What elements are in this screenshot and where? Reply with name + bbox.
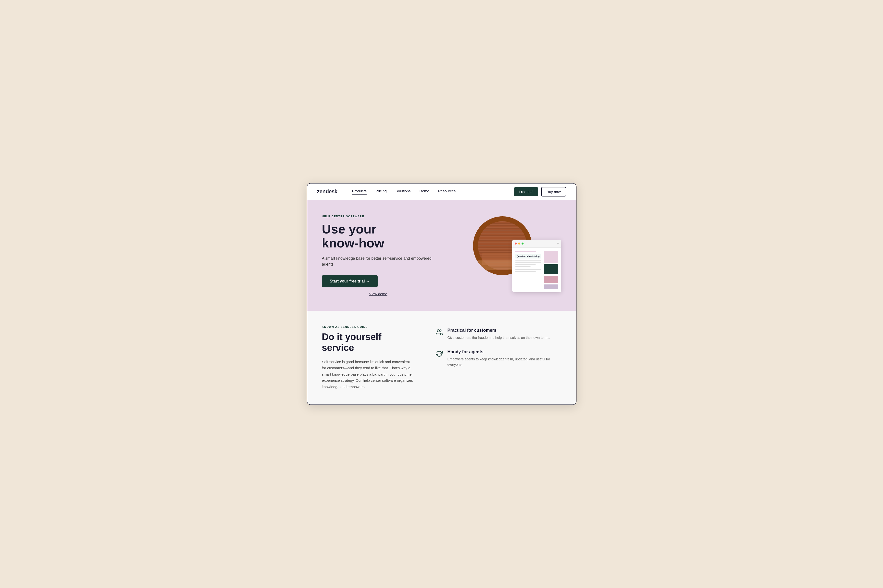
ui-shape-teal	[544, 264, 558, 274]
content-section: KNOWN AS ZENDESK GUIDE Do it yourself se…	[307, 310, 576, 405]
users-icon	[435, 328, 444, 337]
window-dot-red	[515, 243, 517, 244]
hero-eyebrow: HELP CENTER SOFTWARE	[322, 215, 435, 218]
ui-shape-lilac	[544, 285, 558, 290]
browser-window: zendesk Products Pricing Solutions Demo …	[307, 183, 576, 405]
feature-practical: Practical for customers Give customers t…	[435, 328, 561, 340]
hero-content: HELP CENTER SOFTWARE Use your know-how A…	[322, 215, 435, 296]
feature-handy-desc: Empowers agents to keep knowledge fresh,…	[448, 357, 561, 368]
ui-card-mockup: ≡ Question about sizing	[512, 240, 561, 292]
hero-subtitle: A smart knowledge base for better self-s…	[322, 255, 435, 267]
content-line-5	[515, 269, 541, 270]
nav-resources[interactable]: Resources	[438, 189, 456, 195]
ui-card-right	[544, 250, 558, 290]
feature-handy-title: Handy for agents	[448, 350, 561, 354]
view-demo-link[interactable]: View demo	[322, 292, 435, 296]
nav-demo[interactable]: Demo	[420, 189, 429, 195]
nav-solutions[interactable]: Solutions	[396, 189, 411, 195]
start-trial-button[interactable]: Start your free trial →	[322, 275, 378, 287]
ui-card-content-lines	[515, 260, 541, 272]
nav-pricing[interactable]: Pricing	[375, 189, 387, 195]
feature-practical-text: Practical for customers Give customers t…	[448, 328, 550, 340]
ui-card-left: Question about sizing	[515, 250, 541, 290]
content-body: Self-service is good because it's quick …	[322, 358, 415, 390]
nav-links: Products Pricing Solutions Demo Resource…	[352, 189, 514, 195]
nav-actions: Free trial Buy now	[514, 187, 566, 196]
buy-now-button[interactable]: Buy now	[541, 187, 566, 196]
content-line-3	[515, 264, 536, 266]
hero-title: Use your know-how	[322, 222, 435, 250]
refresh-icon	[435, 350, 444, 358]
nav-products[interactable]: Products	[352, 189, 367, 195]
free-trial-button[interactable]: Free trial	[514, 187, 538, 196]
window-dot-yellow	[518, 243, 520, 244]
ui-shape-pink	[544, 276, 558, 283]
content-line-6	[515, 271, 536, 272]
content-right: Practical for customers Give customers t…	[435, 326, 561, 390]
content-title: Do it yourself service	[322, 332, 415, 353]
feature-handy-text: Handy for agents Empowers agents to keep…	[448, 350, 561, 368]
logo[interactable]: zendesk	[317, 188, 337, 195]
feature-handy: Handy for agents Empowers agents to keep…	[435, 350, 561, 368]
hero-visual: ≡ Question about sizing	[468, 216, 561, 295]
content-left: KNOWN AS ZENDESK GUIDE Do it yourself se…	[322, 326, 415, 390]
content-line-1	[515, 260, 541, 261]
feature-practical-desc: Give customers the freedom to help thems…	[448, 335, 550, 340]
content-line-2	[515, 262, 541, 263]
ui-card-header: ≡	[512, 240, 561, 248]
feature-practical-title: Practical for customers	[448, 328, 550, 333]
ui-card-question: Question about sizing	[515, 254, 541, 258]
ui-card-top-bar	[515, 250, 536, 252]
content-eyebrow: KNOWN AS ZENDESK GUIDE	[322, 326, 415, 328]
svg-point-0	[437, 330, 439, 332]
content-line-4	[515, 266, 531, 267]
navigation: zendesk Products Pricing Solutions Demo …	[307, 183, 576, 200]
ui-card-body: Question about sizing	[512, 248, 561, 292]
window-dot-green	[522, 243, 523, 244]
hero-section: HELP CENTER SOFTWARE Use your know-how A…	[307, 200, 576, 310]
